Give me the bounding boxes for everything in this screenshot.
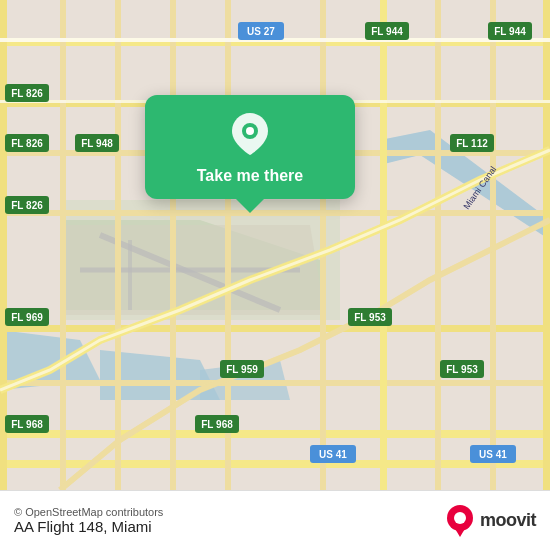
label-fl944-2: FL 944: [494, 26, 526, 37]
svg-rect-25: [380, 0, 387, 490]
location-pin-icon: [227, 111, 273, 157]
map-svg: US 27 FL 944 FL 944 FL 826 FL 826 FL 826…: [0, 0, 550, 490]
attribution-text: © OpenStreetMap contributors: [14, 506, 163, 518]
label-fl953-1: FL 953: [354, 312, 386, 323]
moovit-logo: moovit: [444, 505, 536, 537]
flight-title: AA Flight 148, Miami: [14, 518, 163, 535]
label-fl112: FL 112: [456, 138, 488, 149]
label-fl826-1: FL 826: [11, 88, 43, 99]
svg-marker-51: [454, 527, 466, 537]
moovit-text: moovit: [480, 510, 536, 531]
label-fl826-3: FL 826: [11, 200, 43, 211]
label-us41-2: US 41: [479, 449, 507, 460]
map-card[interactable]: Take me there: [145, 95, 355, 199]
svg-rect-18: [0, 460, 550, 468]
svg-rect-28: [543, 0, 550, 490]
label-fl959: FL 959: [226, 364, 258, 375]
svg-rect-17: [0, 430, 550, 438]
svg-rect-20: [60, 0, 66, 490]
label-us27: US 27: [247, 26, 275, 37]
svg-rect-21: [115, 0, 121, 490]
svg-rect-16: [0, 380, 550, 386]
bottom-bar: © OpenStreetMap contributors AA Flight 1…: [0, 490, 550, 550]
label-fl968-1: FL 968: [11, 419, 43, 430]
label-us41-1: US 41: [319, 449, 347, 460]
label-fl948: FL 948: [81, 138, 113, 149]
svg-point-48: [246, 127, 254, 135]
label-fl968-2: FL 968: [201, 419, 233, 430]
label-fl944-1: FL 944: [371, 26, 403, 37]
svg-rect-14: [0, 210, 550, 216]
map-container: US 27 FL 944 FL 944 FL 826 FL 826 FL 826…: [0, 0, 550, 490]
svg-rect-22: [170, 0, 176, 490]
label-fl826-2: FL 826: [11, 138, 43, 149]
label-fl969: FL 969: [11, 312, 43, 323]
svg-rect-26: [435, 0, 441, 490]
moovit-logo-icon: [444, 505, 476, 537]
svg-rect-24: [320, 0, 326, 490]
bottom-left: © OpenStreetMap contributors AA Flight 1…: [14, 506, 163, 535]
svg-rect-15: [0, 325, 550, 332]
label-fl953-2: FL 953: [446, 364, 478, 375]
take-me-there-label: Take me there: [197, 167, 303, 185]
svg-point-50: [454, 512, 466, 524]
